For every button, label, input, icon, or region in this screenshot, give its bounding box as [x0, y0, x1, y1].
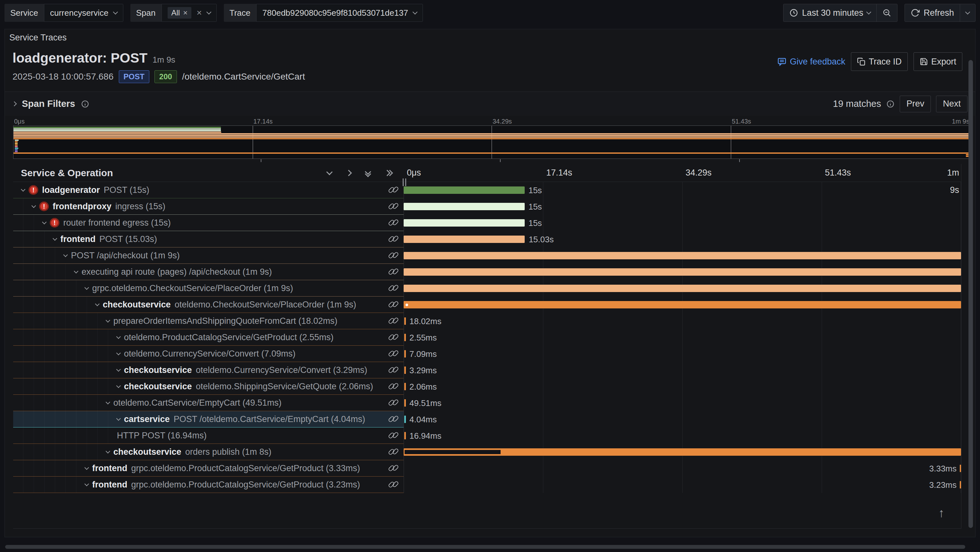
span-chip-all[interactable]: All × [168, 7, 192, 19]
vertical-scrollbar[interactable] [967, 60, 974, 528]
chevron-down-icon[interactable] [106, 318, 110, 322]
span-bar[interactable] [404, 252, 961, 259]
service-select[interactable]: currencyservice [44, 4, 123, 22]
collapse-all-icon[interactable] [366, 170, 370, 176]
span-link-icon[interactable] [387, 183, 401, 197]
span-row-name[interactable]: checkoutserviceoteldemo.CheckoutService/… [13, 297, 404, 313]
span-link-icon[interactable] [387, 347, 401, 360]
chevron-down-icon[interactable] [116, 351, 121, 355]
expand-one-icon[interactable] [345, 170, 352, 176]
chevron-down-icon[interactable] [21, 187, 25, 191]
scrollbar-thumb[interactable] [969, 60, 973, 528]
span-bar[interactable] [404, 301, 961, 308]
span-row-name[interactable]: oteldemo.ProductCatalogService/GetProduc… [13, 329, 404, 346]
span-bar[interactable] [404, 219, 525, 227]
span-link-icon[interactable] [387, 298, 401, 311]
chevron-down-icon[interactable] [42, 219, 46, 224]
span-link-icon[interactable] [387, 232, 401, 246]
chevron-down-icon[interactable] [95, 301, 100, 306]
span-link-icon[interactable] [387, 445, 401, 458]
collapse-one-icon[interactable] [326, 169, 332, 175]
chevron-down-icon[interactable] [52, 236, 57, 240]
span-bar[interactable] [404, 416, 406, 423]
chevron-down-icon[interactable] [84, 285, 89, 289]
span-select[interactable]: All × × [162, 4, 217, 22]
span-row-name[interactable]: HTTP POST (16.94ms) [13, 427, 404, 444]
minimap-canvas[interactable] [13, 125, 970, 159]
span-bar[interactable] [960, 465, 961, 472]
refresh-button[interactable]: Refresh [905, 4, 960, 22]
span-row-name[interactable]: oteldemo.CartService/EmptyCart (49.51ms) [13, 395, 404, 411]
refresh-interval-button[interactable] [960, 4, 975, 22]
span-link-icon[interactable] [387, 216, 401, 230]
span-filters-toggle[interactable]: Span Filters [13, 98, 89, 109]
span-bar[interactable] [404, 285, 961, 292]
zoom-out-button[interactable] [877, 4, 897, 22]
trace-id-button[interactable]: Trace ID [851, 52, 908, 71]
span-link-icon[interactable] [387, 331, 401, 344]
span-row-name[interactable]: !router frontend egress (15s) [13, 215, 404, 231]
chevron-down-icon[interactable] [63, 252, 68, 257]
clear-icon[interactable]: × [197, 8, 202, 18]
chevron-down-icon[interactable] [84, 481, 89, 486]
span-link-icon[interactable] [387, 396, 401, 409]
span-row-name[interactable]: POST /api/checkout (1m 9s) [13, 247, 404, 264]
span-row-name[interactable]: !frontendproxyingress (15s) [13, 198, 404, 215]
next-button[interactable]: Next [936, 96, 967, 112]
chevron-down-icon[interactable] [32, 203, 36, 208]
span-bar[interactable] [960, 481, 961, 489]
span-bar[interactable] [404, 268, 961, 276]
span-bar[interactable] [404, 334, 406, 341]
chevron-down-icon[interactable] [106, 449, 110, 453]
span-bar[interactable] [404, 432, 406, 439]
scroll-to-top-button[interactable]: ↑ [938, 506, 944, 520]
chip-remove-icon[interactable]: × [183, 8, 188, 17]
span-row-name[interactable]: checkoutserviceoteldemo.CurrencyService/… [13, 362, 404, 378]
trace-select[interactable]: 780edb929080c95e9f810d53071de137 [256, 4, 423, 22]
span-bar[interactable] [404, 399, 406, 407]
chevron-down-icon[interactable] [116, 416, 121, 420]
span-link-icon[interactable] [387, 200, 401, 213]
chevron-down-icon[interactable] [106, 400, 110, 404]
minimap-drag-handle[interactable] [500, 159, 501, 162]
prev-button[interactable]: Prev [900, 96, 931, 112]
time-range-button[interactable]: Last 30 minutes [783, 4, 877, 22]
span-link-icon[interactable] [387, 314, 401, 328]
span-row-name[interactable]: executing api route (pages) /api/checkou… [13, 264, 404, 280]
span-bar[interactable] [404, 317, 406, 325]
span-link-icon[interactable] [387, 265, 401, 279]
chevron-down-icon[interactable] [84, 465, 89, 470]
span-row-name[interactable]: frontendPOST (15.03s) [13, 231, 404, 247]
span-bar[interactable] [404, 186, 525, 194]
span-bar[interactable] [404, 448, 961, 456]
span-row-name[interactable]: cartservicePOST /oteldemo.CartService/Em… [13, 411, 404, 427]
span-row-name[interactable]: checkoutserviceoteldemo.ShippingService/… [13, 378, 404, 395]
export-button[interactable]: Export [913, 52, 963, 71]
span-row-name[interactable]: frontendgrpc.oteldemo.ProductCatalogServ… [13, 460, 404, 477]
span-bar[interactable] [404, 383, 406, 390]
span-bar[interactable] [404, 366, 406, 374]
chevron-down-icon[interactable] [116, 383, 121, 388]
span-bar[interactable] [404, 350, 406, 357]
span-bar[interactable] [404, 236, 525, 243]
horizontal-scrollbar[interactable] [5, 545, 965, 549]
span-link-icon[interactable] [387, 478, 401, 491]
span-row-name[interactable]: grpc.oteldemo.CheckoutService/PlaceOrder… [13, 280, 404, 297]
span-bar[interactable] [404, 203, 525, 210]
span-row-name[interactable]: checkoutserviceorders publish (1m 8s) [13, 444, 404, 460]
minimap-drag-handle[interactable] [261, 159, 261, 162]
span-link-icon[interactable] [387, 380, 401, 393]
span-row-name[interactable]: prepareOrderItemsAndShippingQuoteFromCar… [13, 313, 404, 329]
span-row-name[interactable]: frontendgrpc.oteldemo.ProductCatalogServ… [13, 477, 404, 493]
span-link-icon[interactable] [387, 249, 401, 262]
span-link-icon[interactable] [387, 281, 401, 295]
span-link-icon[interactable] [387, 412, 401, 426]
give-feedback-link[interactable]: Give feedback [777, 57, 845, 67]
span-link-icon[interactable] [387, 462, 401, 475]
chevron-down-icon[interactable] [116, 367, 121, 371]
minimap-drag-handle[interactable] [739, 159, 740, 162]
span-link-icon[interactable] [387, 429, 401, 442]
span-link-icon[interactable] [387, 363, 401, 377]
expand-all-icon[interactable] [385, 171, 392, 175]
chevron-down-icon[interactable] [116, 334, 121, 339]
